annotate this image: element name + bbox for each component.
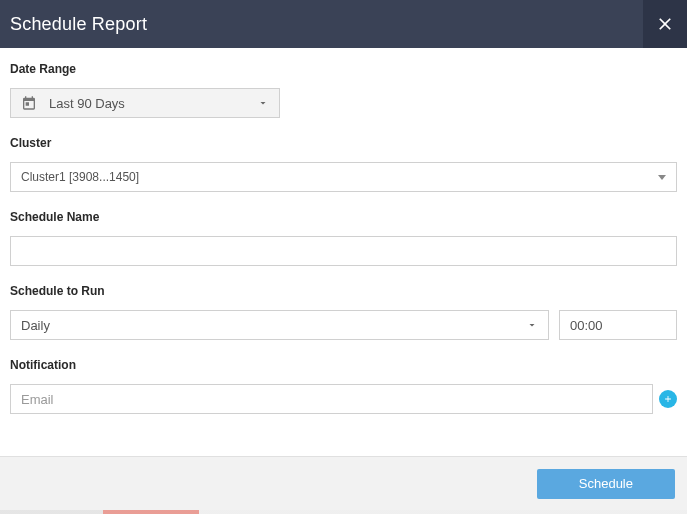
schedule-to-run-label: Schedule to Run [10, 284, 677, 298]
background-strip [0, 510, 687, 514]
cluster-label: Cluster [10, 136, 677, 150]
plus-icon [663, 394, 673, 404]
notification-row [10, 384, 677, 414]
date-range-select[interactable]: Last 90 Days [10, 88, 280, 118]
schedule-report-modal: Schedule Report Date Range Last 90 Days … [0, 0, 687, 514]
dropdown-triangle-icon [658, 175, 666, 180]
time-input[interactable] [559, 310, 677, 340]
date-range-field-group: Date Range Last 90 Days [10, 62, 677, 118]
modal-title: Schedule Report [0, 14, 147, 35]
modal-footer: Schedule [0, 456, 687, 510]
schedule-row: Daily [10, 310, 677, 340]
modal-header: Schedule Report [0, 0, 687, 48]
close-icon [655, 14, 675, 34]
schedule-button[interactable]: Schedule [537, 469, 675, 499]
notification-email-input[interactable] [10, 384, 653, 414]
date-range-value: Last 90 Days [49, 96, 257, 111]
close-button[interactable] [643, 0, 687, 48]
cluster-value: Cluster1 [3908...1450] [21, 170, 658, 184]
schedule-name-label: Schedule Name [10, 210, 677, 224]
cluster-field-group: Cluster Cluster1 [3908...1450] [10, 136, 677, 192]
chevron-down-icon [526, 319, 538, 331]
frequency-value: Daily [21, 318, 526, 333]
schedule-name-field-group: Schedule Name [10, 210, 677, 266]
notification-field-group: Notification [10, 358, 677, 414]
schedule-to-run-field-group: Schedule to Run Daily [10, 284, 677, 340]
modal-body: Date Range Last 90 Days Cluster Cluster1… [0, 48, 687, 456]
date-range-label: Date Range [10, 62, 677, 76]
notification-label: Notification [10, 358, 677, 372]
cluster-select[interactable]: Cluster1 [3908...1450] [10, 162, 677, 192]
frequency-select[interactable]: Daily [10, 310, 549, 340]
calendar-icon [21, 95, 37, 111]
chevron-down-icon [257, 97, 269, 109]
add-notification-button[interactable] [659, 390, 677, 408]
schedule-name-input[interactable] [10, 236, 677, 266]
